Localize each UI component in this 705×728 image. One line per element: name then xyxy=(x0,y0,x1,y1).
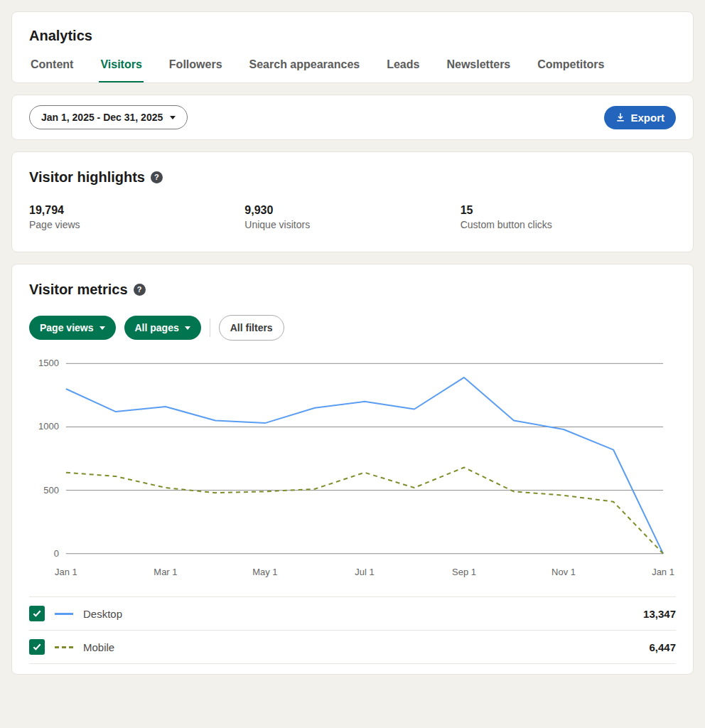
desktop-line-swatch xyxy=(55,613,73,615)
svg-text:Sep 1: Sep 1 xyxy=(452,567,476,577)
svg-text:Mar 1: Mar 1 xyxy=(154,567,177,577)
export-label: Export xyxy=(630,112,664,124)
visitor-metrics-header: Visitor metrics ? xyxy=(29,282,676,298)
date-range-label: Jan 1, 2025 - Dec 31, 2025 xyxy=(41,112,163,123)
svg-text:0: 0 xyxy=(54,548,59,559)
all-filters-button[interactable]: All filters xyxy=(219,315,284,341)
svg-text:Nov 1: Nov 1 xyxy=(551,567,576,577)
chevron-down-icon xyxy=(170,116,176,119)
toolbar-card: Jan 1, 2025 - Dec 31, 2025 Export xyxy=(11,95,694,140)
checkmark-icon xyxy=(32,609,42,619)
svg-text:Jan 1: Jan 1 xyxy=(55,567,77,577)
stat-label: Page views xyxy=(29,219,244,230)
svg-text:Jul 1: Jul 1 xyxy=(355,567,374,577)
tab-visitors[interactable]: Visitors xyxy=(99,58,143,82)
visitor-highlights-header: Visitor highlights ? xyxy=(29,169,676,186)
stat-unique-visitors: 9,930 Unique visitors xyxy=(244,204,460,230)
stat-value: 9,930 xyxy=(244,204,460,217)
help-icon[interactable]: ? xyxy=(151,171,163,183)
pages-label: All pages xyxy=(135,322,179,333)
stat-value: 19,794 xyxy=(29,204,244,217)
filter-divider xyxy=(210,318,210,337)
svg-text:Jan 1: Jan 1 xyxy=(652,567,674,577)
pages-dropdown[interactable]: All pages xyxy=(124,316,201,340)
legend-name: Mobile xyxy=(83,641,114,653)
svg-text:500: 500 xyxy=(43,485,59,496)
stat-value: 15 xyxy=(461,204,676,217)
all-filters-label: All filters xyxy=(230,322,273,333)
date-range-selector[interactable]: Jan 1, 2025 - Dec 31, 2025 xyxy=(29,105,188,129)
visitor-metrics-chart: 050010001500Jan 1Mar 1May 1Jul 1Sep 1Nov… xyxy=(29,352,676,587)
highlight-stats: 19,794 Page views 9,930 Unique visitors … xyxy=(29,204,676,230)
visitor-highlights-title: Visitor highlights xyxy=(29,169,145,186)
metric-type-dropdown[interactable]: Page views xyxy=(29,316,116,340)
stat-page-views: 19,794 Page views xyxy=(29,204,244,230)
chevron-down-icon xyxy=(99,326,105,330)
svg-text:1500: 1500 xyxy=(38,358,59,368)
legend-total: 13,347 xyxy=(643,608,676,620)
download-icon xyxy=(615,112,625,122)
mobile-checkbox[interactable] xyxy=(29,639,45,655)
stat-label: Unique visitors xyxy=(244,219,460,230)
svg-text:1000: 1000 xyxy=(38,421,59,432)
checkmark-icon xyxy=(32,642,42,652)
stat-custom-button-clicks: 15 Custom button clicks xyxy=(461,204,676,230)
export-button[interactable]: Export xyxy=(604,106,676,129)
page-title: Analytics xyxy=(29,28,676,44)
visitor-metrics-card: Visitor metrics ? Page views All pages A… xyxy=(11,264,694,675)
tab-competitors[interactable]: Competitors xyxy=(536,58,606,82)
svg-text:May 1: May 1 xyxy=(252,567,277,577)
tab-leads[interactable]: Leads xyxy=(385,58,421,82)
metric-type-label: Page views xyxy=(40,322,94,333)
chart-filters: Page views All pages All filters xyxy=(29,315,676,341)
tab-newsletters[interactable]: Newsletters xyxy=(445,58,512,82)
legend-total: 6,447 xyxy=(649,641,676,653)
visitor-highlights-card: Visitor highlights ? 19,794 Page views 9… xyxy=(11,151,694,252)
stat-label: Custom button clicks xyxy=(461,219,676,230)
desktop-checkbox[interactable] xyxy=(29,606,45,621)
help-icon[interactable]: ? xyxy=(134,284,146,296)
visitor-metrics-title: Visitor metrics xyxy=(29,282,128,298)
legend-row-mobile: Mobile 6,447 xyxy=(29,630,676,664)
chart-legend: Desktop 13,347 Mobile 6,447 xyxy=(29,596,676,664)
analytics-header-card: Analytics Content Visitors Followers Sea… xyxy=(11,11,694,83)
legend-row-desktop: Desktop 13,347 xyxy=(29,596,676,630)
legend-name: Desktop xyxy=(83,608,122,620)
tab-content[interactable]: Content xyxy=(29,58,75,82)
tab-followers[interactable]: Followers xyxy=(168,58,224,82)
tab-bar: Content Visitors Followers Search appear… xyxy=(29,58,676,82)
mobile-line-swatch xyxy=(55,646,73,648)
analytics-page: Analytics Content Visitors Followers Sea… xyxy=(0,0,705,686)
tab-search-appearances[interactable]: Search appearances xyxy=(248,58,362,82)
chevron-down-icon xyxy=(185,326,190,330)
